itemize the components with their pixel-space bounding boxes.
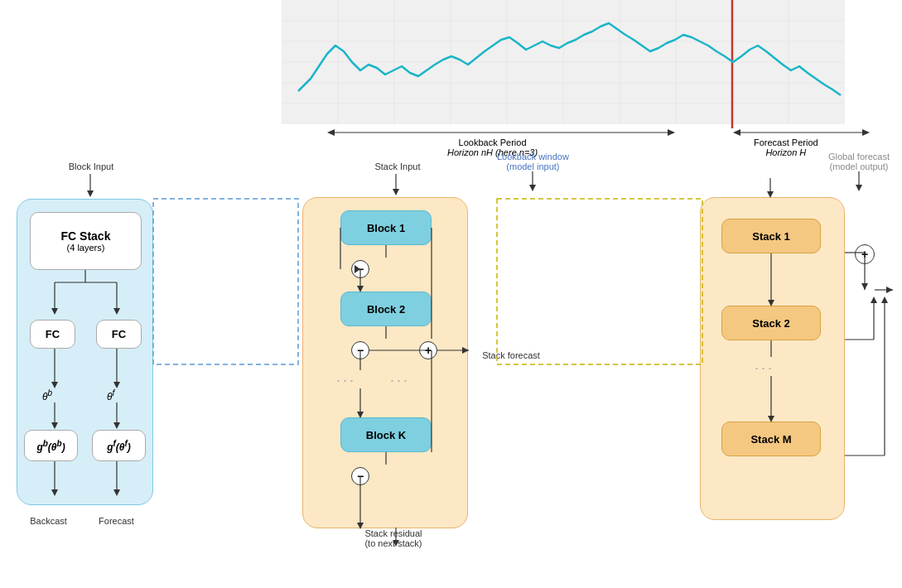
backcast-label: Backcast bbox=[22, 516, 75, 526]
svg-marker-46 bbox=[113, 489, 120, 496]
forecast-output-label: Forecast bbox=[89, 516, 143, 526]
svg-rect-87 bbox=[497, 199, 702, 364]
g-f-box: gf(θf) bbox=[92, 430, 146, 461]
fc-left-box: FC bbox=[30, 320, 75, 349]
svg-marker-48 bbox=[393, 189, 399, 195]
block-input-label: Block Input bbox=[66, 161, 116, 171]
svg-marker-34 bbox=[113, 308, 120, 315]
stack-forecast-label: Stack forecast bbox=[474, 350, 548, 360]
block-outer-box: FC Stack (4 layers) FC FC bbox=[17, 199, 153, 505]
fc-right-box: FC bbox=[96, 320, 142, 349]
lookback-window-label: Lookback window (model input) bbox=[497, 152, 569, 192]
svg-marker-40 bbox=[51, 422, 58, 429]
svg-marker-81 bbox=[881, 296, 888, 303]
svg-marker-78 bbox=[871, 296, 877, 303]
stack-outer-box: Block 1 − Block 2 − + ··· ··· Block K − bbox=[302, 197, 468, 528]
svg-marker-56 bbox=[357, 412, 364, 418]
svg-marker-21 bbox=[862, 129, 870, 136]
svg-marker-85 bbox=[767, 191, 774, 198]
global-detail-diagram: Stack 1 Stack 2 ··· Stack M + bbox=[696, 161, 895, 542]
svg-marker-42 bbox=[113, 422, 120, 429]
fc-stack-box: FC Stack (4 layers) bbox=[30, 212, 142, 270]
svg-marker-32 bbox=[51, 308, 58, 315]
svg-marker-18 bbox=[668, 129, 675, 136]
svg-marker-75 bbox=[861, 283, 868, 290]
svg-marker-27 bbox=[87, 190, 94, 197]
theta-b-label: θb bbox=[42, 388, 52, 402]
svg-marker-62 bbox=[355, 265, 360, 273]
svg-marker-17 bbox=[327, 129, 335, 136]
svg-marker-83 bbox=[886, 287, 893, 293]
svg-marker-23 bbox=[529, 185, 536, 191]
svg-marker-38 bbox=[113, 382, 120, 388]
theta-f-label: θf bbox=[107, 388, 114, 402]
svg-marker-44 bbox=[51, 489, 58, 496]
g-b-box: gb(θb) bbox=[24, 430, 78, 461]
stack-detail-diagram: Stack Input Block 1 − Block 2 − + ··· ··… bbox=[290, 161, 501, 542]
svg-marker-51 bbox=[357, 286, 364, 292]
svg-marker-67 bbox=[393, 540, 399, 547]
svg-marker-36 bbox=[51, 382, 58, 388]
svg-marker-65 bbox=[462, 347, 469, 354]
forecast-label: Forecast Period Horizon H bbox=[754, 137, 818, 157]
svg-rect-86 bbox=[153, 199, 298, 364]
svg-marker-20 bbox=[733, 129, 740, 136]
stack-input-label: Stack Input bbox=[364, 161, 431, 171]
block-detail-diagram: Block Input FC Stack (4 layers) bbox=[8, 161, 162, 542]
